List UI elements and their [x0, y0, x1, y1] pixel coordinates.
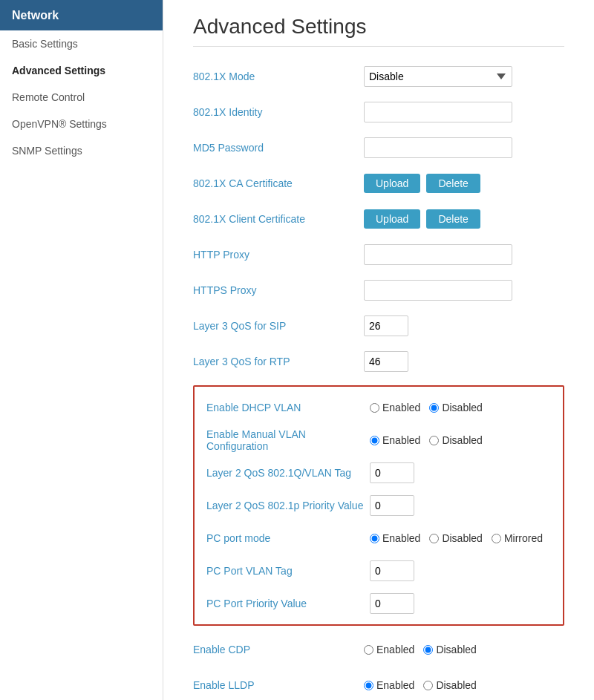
control-http-proxy: [364, 244, 512, 265]
row-manual-vlan: Enable Manual VLAN Configuration Enabled…: [206, 428, 551, 452]
radio-dhcp-disabled[interactable]: [429, 403, 439, 413]
radio-label-pc-disabled[interactable]: Disabled: [429, 532, 482, 544]
delete-client-cert-button[interactable]: Delete: [426, 209, 480, 229]
label-qos-sip: Layer 3 QoS for SIP: [193, 320, 364, 332]
label-qos-rtp: Layer 3 QoS for RTP: [193, 356, 364, 367]
input-https-proxy[interactable]: [364, 280, 512, 301]
select-mode[interactable]: Disable: [364, 66, 512, 87]
input-http-proxy[interactable]: [364, 244, 512, 265]
radio-label-pc-mirrored[interactable]: Mirrored: [492, 532, 543, 544]
row-identity: 802.1X Identity: [193, 100, 564, 124]
row-md5: MD5 Password: [193, 136, 564, 160]
input-md5[interactable]: [364, 137, 512, 158]
radio-pc-disabled[interactable]: [429, 534, 439, 543]
sidebar-item-advanced-settings[interactable]: Advanced Settings: [0, 57, 163, 84]
control-cdp: Enabled Disabled: [364, 644, 477, 655]
radio-label-manual-disabled[interactable]: Disabled: [429, 434, 482, 446]
label-identity: 802.1X Identity: [193, 106, 364, 118]
control-pc-port-vlan: [370, 560, 414, 581]
radio-label-lldp-disabled[interactable]: Disabled: [423, 679, 476, 691]
radio-label-cdp-enabled[interactable]: Enabled: [364, 644, 414, 655]
radio-label-cdp-disabled[interactable]: Disabled: [423, 644, 476, 655]
input-identity[interactable]: [364, 102, 512, 122]
main-content: Advanced Settings 802.1X Mode Disable 80…: [163, 0, 594, 700]
radio-dhcp-enabled[interactable]: [370, 403, 379, 413]
input-qos-sip[interactable]: [364, 315, 408, 336]
cdp-disabled-text: Disabled: [436, 644, 476, 655]
row-lldp: Enable LLDP Enabled Disabled: [193, 673, 564, 697]
label-l2-qos-priority: Layer 2 QoS 802.1p Priority Value: [206, 500, 370, 511]
radio-manual-disabled[interactable]: [429, 436, 439, 445]
radio-cdp-disabled[interactable]: [423, 645, 433, 655]
row-pc-port-vlan: PC Port VLAN Tag: [206, 559, 551, 583]
label-pc-port-priority: PC Port Priority Value: [206, 598, 370, 609]
sidebar-item-basic-settings[interactable]: Basic Settings: [0, 30, 163, 57]
control-https-proxy: [364, 280, 512, 301]
dhcp-disabled-text: Disabled: [442, 402, 482, 413]
control-qos-sip: [364, 315, 408, 336]
input-pc-port-vlan[interactable]: [370, 560, 414, 581]
control-pc-port-priority: [370, 593, 414, 614]
label-ca-cert: 802.1X CA Certificate: [193, 177, 364, 189]
label-l2-qos-tag: Layer 2 QoS 802.1Q/VLAN Tag: [206, 467, 370, 479]
row-qos-rtp: Layer 3 QoS for RTP: [193, 350, 564, 373]
sidebar-item-label: OpenVPN® Settings: [12, 118, 107, 130]
label-manual-vlan: Enable Manual VLAN Configuration: [206, 428, 370, 452]
control-manual-vlan: Enabled Disabled: [370, 434, 483, 446]
row-dhcp-vlan: Enable DHCP VLAN Enabled Disabled: [206, 396, 551, 419]
row-http-proxy: HTTP Proxy: [193, 243, 564, 266]
sidebar-item-openvpn-settings[interactable]: OpenVPN® Settings: [0, 111, 163, 137]
manual-enabled-text: Enabled: [382, 434, 420, 446]
row-qos-sip: Layer 3 QoS for SIP: [193, 314, 564, 338]
radio-pc-enabled[interactable]: [370, 534, 379, 543]
input-pc-port-priority[interactable]: [370, 593, 414, 614]
row-l2-qos-tag: Layer 2 QoS 802.1Q/VLAN Tag: [206, 461, 551, 485]
sidebar-item-remote-control[interactable]: Remote Control: [0, 84, 163, 111]
dhcp-enabled-text: Enabled: [382, 402, 420, 413]
input-l2-qos-tag[interactable]: [370, 462, 414, 483]
label-pc-port-vlan: PC Port VLAN Tag: [206, 565, 370, 577]
label-http-proxy: HTTP Proxy: [193, 249, 364, 261]
label-lldp: Enable LLDP: [193, 679, 364, 691]
row-client-cert: 802.1X Client Certificate Upload Delete: [193, 207, 564, 231]
label-client-cert: 802.1X Client Certificate: [193, 213, 364, 225]
label-dhcp-vlan: Enable DHCP VLAN: [206, 402, 370, 413]
input-qos-rtp[interactable]: [364, 351, 408, 372]
radio-label-dhcp-enabled[interactable]: Enabled: [370, 402, 420, 413]
radio-pc-mirrored[interactable]: [492, 534, 501, 543]
row-pc-port-priority: PC Port Priority Value: [206, 592, 551, 615]
row-pc-port-mode: PC port mode Enabled Disabled Mirrored: [206, 526, 551, 550]
row-l2-qos-priority: Layer 2 QoS 802.1p Priority Value: [206, 494, 551, 517]
control-md5: [364, 137, 512, 158]
pc-enabled-text: Enabled: [382, 532, 420, 544]
radio-label-pc-enabled[interactable]: Enabled: [370, 532, 420, 544]
radio-label-dhcp-disabled[interactable]: Disabled: [429, 402, 482, 413]
sidebar-item-label: Basic Settings: [12, 38, 78, 50]
control-dhcp-vlan: Enabled Disabled: [370, 402, 483, 413]
lldp-disabled-text: Disabled: [436, 679, 476, 691]
control-ca-cert: Upload Delete: [364, 174, 480, 193]
radio-cdp-enabled[interactable]: [364, 645, 373, 655]
sidebar-item-label: Advanced Settings: [12, 65, 105, 76]
control-identity: [364, 102, 512, 122]
label-pc-port-mode: PC port mode: [206, 532, 370, 544]
sidebar: Network Basic Settings Advanced Settings…: [0, 0, 163, 700]
upload-client-cert-button[interactable]: Upload: [364, 209, 420, 229]
manual-disabled-text: Disabled: [442, 434, 482, 446]
radio-manual-enabled[interactable]: [370, 436, 379, 445]
upload-ca-cert-button[interactable]: Upload: [364, 174, 420, 193]
row-https-proxy: HTTPS Proxy: [193, 278, 564, 302]
row-mode: 802.1X Mode Disable: [193, 65, 564, 88]
pc-mirrored-text: Mirrored: [504, 532, 543, 544]
radio-lldp-enabled[interactable]: [364, 681, 373, 690]
sidebar-item-snmp-settings[interactable]: SNMP Settings: [0, 137, 163, 164]
radio-label-lldp-enabled[interactable]: Enabled: [364, 679, 414, 691]
control-mode: Disable: [364, 66, 512, 87]
radio-label-manual-enabled[interactable]: Enabled: [370, 434, 420, 446]
delete-ca-cert-button[interactable]: Delete: [426, 174, 480, 193]
control-l2-qos-tag: [370, 462, 414, 483]
divider: [193, 46, 564, 47]
label-https-proxy: HTTPS Proxy: [193, 284, 364, 296]
input-l2-qos-priority[interactable]: [370, 495, 414, 516]
radio-lldp-disabled[interactable]: [423, 681, 433, 690]
